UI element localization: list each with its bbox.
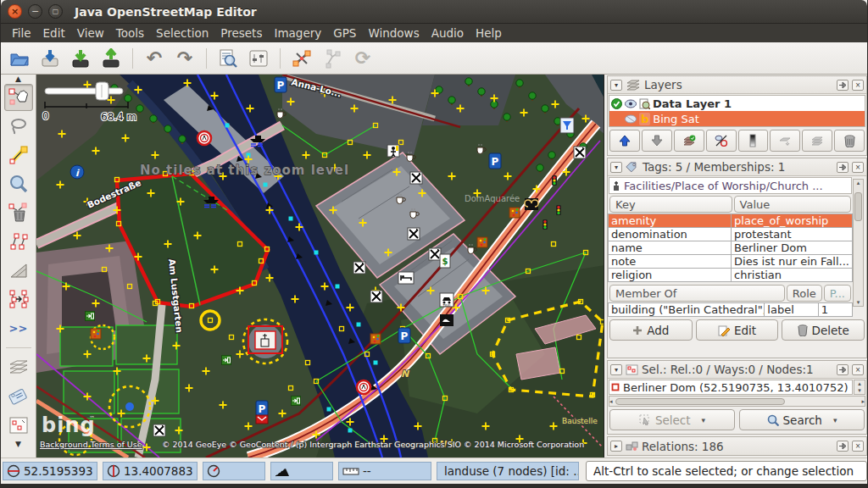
close-panel-icon[interactable]: ×	[852, 441, 864, 452]
heading-icon	[207, 464, 220, 478]
delete-tool[interactable]	[4, 199, 33, 226]
opacity-icon	[749, 134, 756, 147]
undo-icon: ↶	[147, 49, 162, 68]
layer-activate-button[interactable]	[674, 130, 704, 152]
upload-button[interactable]	[97, 46, 125, 71]
toggle-dialogs-button[interactable]	[245, 46, 272, 71]
collapse-icon[interactable]: ▾	[610, 162, 622, 173]
selection-hscrollbar[interactable]: ◂▸	[609, 396, 865, 407]
zoom-tool[interactable]	[4, 170, 33, 197]
bank-icon: $	[440, 254, 450, 268]
close-icon[interactable]: ×	[8, 4, 22, 19]
menu-file[interactable]: File	[6, 25, 37, 42]
menu-tools[interactable]: Tools	[110, 25, 150, 42]
search-presets-button[interactable]	[214, 46, 242, 71]
refresh-button[interactable]: ⟳	[349, 46, 376, 71]
tags-dialog-toggle[interactable]	[4, 383, 33, 410]
menu-gps[interactable]: GPS	[327, 25, 362, 42]
menu-presets[interactable]: Presets	[214, 25, 268, 42]
minimize-icon[interactable]: −	[28, 4, 42, 19]
layer-merge-button[interactable]	[770, 130, 800, 152]
combine-way-button[interactable]	[319, 46, 346, 71]
value-column-header[interactable]: Value	[734, 196, 851, 213]
toolbar-scroll-up-icon[interactable]: ▲	[15, 75, 21, 83]
layers-dialog-toggle[interactable]	[4, 354, 33, 381]
layer-down-button[interactable]	[642, 130, 672, 152]
tag-row[interactable]: religionchristian	[609, 269, 853, 282]
menu-help[interactable]: Help	[470, 25, 508, 42]
open-button[interactable]	[6, 46, 33, 71]
layer-row-bing[interactable]: b Bing Sat	[609, 111, 865, 126]
draw-nodes-tool[interactable]	[4, 141, 33, 169]
layer-delete-button[interactable]	[834, 130, 865, 152]
close-panel-icon[interactable]: ×	[852, 80, 864, 91]
download-button[interactable]	[67, 46, 94, 71]
redo-button[interactable]: ↷	[171, 46, 198, 71]
menu-bar: File Edit View Tools Selection Presets I…	[1, 24, 867, 42]
position-column-header[interactable]: P...	[824, 285, 851, 302]
undo-button[interactable]: ↶	[141, 46, 168, 71]
menu-view[interactable]: View	[71, 25, 110, 42]
parallel-way-tool[interactable]	[4, 286, 33, 313]
map-view[interactable]: P	[36, 75, 604, 458]
angle-icon	[275, 465, 290, 477]
unglue-tool[interactable]	[4, 228, 33, 255]
expand-icon[interactable]: ▸	[610, 441, 622, 452]
collapse-icon[interactable]: ▾	[610, 80, 622, 91]
menu-windows[interactable]: Windows	[362, 25, 425, 42]
tag-row[interactable]: amenityplace_of_worship	[609, 214, 853, 228]
duplicate-icon	[810, 135, 824, 147]
more-tools-button[interactable]: >>	[4, 314, 33, 341]
add-tag-button[interactable]: Add	[609, 319, 693, 341]
pin-icon[interactable]	[837, 364, 849, 375]
selection-scroll-arrows[interactable]: ▴▾	[854, 380, 865, 395]
split-way-button[interactable]	[288, 46, 315, 71]
terms-of-use-link[interactable]: Background Terms of Use	[40, 440, 142, 449]
measure-angle-tool[interactable]	[4, 257, 33, 284]
preset-link[interactable]: Facilities/Place of Worship/Church ...	[609, 177, 852, 194]
status-help-text: Alt-Ctrl to scale selected; or change se…	[586, 461, 867, 481]
selection-dialog-toggle[interactable]	[4, 412, 33, 439]
pin-icon[interactable]	[837, 80, 849, 91]
layer-duplicate-button[interactable]	[802, 130, 832, 152]
collapse-icon[interactable]: ▾	[610, 364, 622, 375]
tags-panel-title: Tags: 5 / Memberships: 1	[643, 160, 833, 174]
tag-row[interactable]: noteDies ist nur ein Fall...	[609, 255, 853, 269]
main-toolbar: ↶ ↷ ⟳	[1, 42, 867, 75]
menu-imagery[interactable]: Imagery	[268, 25, 327, 42]
pin-icon[interactable]	[837, 162, 849, 173]
role-column-header[interactable]: Role	[787, 285, 822, 302]
edit-tag-button[interactable]: Edit	[696, 319, 779, 341]
restaurant-icon	[574, 147, 586, 158]
layer-up-button[interactable]	[609, 130, 640, 152]
close-panel-icon[interactable]: ×	[852, 162, 864, 173]
lasso-tool[interactable]	[4, 113, 33, 140]
tags-panel: ▾ Tags: 5 / Memberships: 1 × Facilities/…	[607, 158, 867, 358]
delete-tag-button[interactable]: Delete	[782, 319, 865, 341]
member-of-column-header[interactable]: Member Of	[609, 285, 785, 302]
menu-selection[interactable]: Selection	[150, 25, 214, 42]
refresh-icon: ⟳	[355, 49, 370, 68]
layer-visibility-button[interactable]	[706, 130, 737, 152]
toolbar-scroll-down-icon[interactable]: ▼	[15, 440, 21, 448]
menu-audio[interactable]: Audio	[426, 25, 470, 42]
menu-edit[interactable]: Edit	[37, 25, 71, 42]
pin-icon[interactable]	[837, 441, 849, 452]
membership-row[interactable]: building ("Berlin Cathedral", ... label …	[609, 303, 853, 317]
tag-row[interactable]: nameBerliner Dom	[609, 241, 853, 255]
selection-list-item[interactable]: Berliner Dom (52.5190735, 13.4010752)	[609, 380, 853, 395]
download-new-layer-button[interactable]	[36, 46, 64, 71]
plus-icon	[632, 325, 643, 336]
unglue-icon	[8, 231, 29, 252]
tags-scrollbar[interactable]: ▴▾	[853, 179, 864, 307]
select-button[interactable]: Select▾	[609, 409, 735, 430]
maximize-icon[interactable]: ▢	[48, 4, 63, 19]
key-column-header[interactable]: Key	[609, 196, 732, 213]
close-panel-icon[interactable]: ×	[852, 364, 864, 375]
layer-opacity-button[interactable]	[738, 130, 769, 152]
layer-row-data[interactable]: Data Layer 1	[609, 96, 865, 111]
search-button[interactable]: Search▾	[739, 409, 865, 430]
svg-text:68.4 m: 68.4 m	[101, 111, 136, 123]
tag-row[interactable]: denominationprotestant	[609, 228, 853, 241]
select-move-tool[interactable]	[4, 84, 33, 111]
